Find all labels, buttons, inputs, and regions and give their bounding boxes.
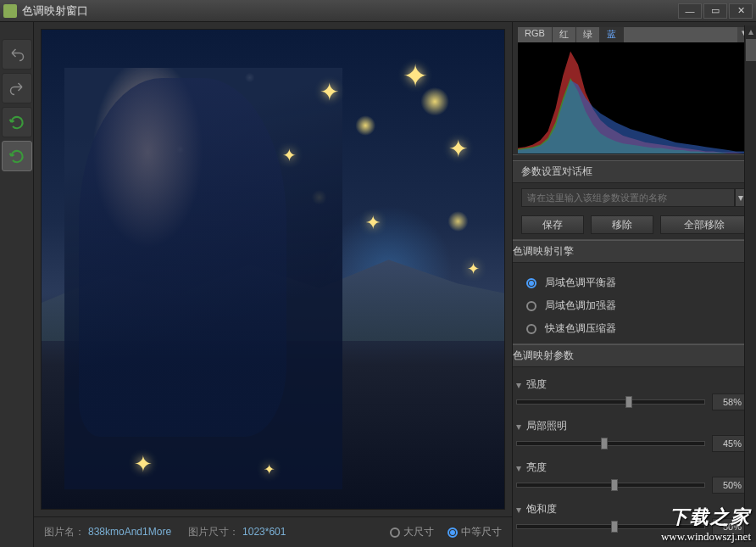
hist-tab-blue[interactable]: 蓝	[600, 27, 624, 42]
hist-tab-green[interactable]: 绿	[576, 27, 600, 42]
maximize-button[interactable]: ▭	[703, 3, 727, 19]
close-button[interactable]: ✕	[729, 3, 753, 19]
param-label: 局部照明	[526, 419, 567, 433]
chevron-down-icon: ▾	[738, 192, 743, 204]
image-name: 图片名：838kmoAnd1More	[44, 525, 171, 539]
image-size-label: 图片尺寸：	[188, 526, 239, 538]
app-icon	[3, 4, 17, 18]
chevron-down-icon: ▾	[516, 504, 526, 516]
remove-all-button[interactable]: 全部移除	[660, 215, 748, 234]
param-row-0: ▾强度58%	[513, 372, 756, 414]
undo-icon	[9, 47, 25, 62]
engine-option-label: 快速色调压缩器	[545, 321, 616, 336]
param-slider[interactable]	[516, 399, 705, 405]
refresh-icon	[8, 114, 25, 131]
slider-thumb[interactable]	[601, 438, 608, 449]
status-bar: 图片名：838kmoAnd1More 图片尺寸：1023*601 大尺寸 中等尺…	[34, 516, 512, 547]
hist-tab-red[interactable]: 红	[553, 27, 576, 42]
engine-section: 色调映射引擎 局域色调平衡器局域色调加强器快速色调压缩器	[513, 239, 756, 343]
image-name-label: 图片名：	[44, 526, 85, 538]
engine-option-0[interactable]: 局域色调平衡器	[513, 271, 756, 294]
right-scrollbar[interactable]: ▴	[744, 25, 756, 542]
param-slider[interactable]	[516, 441, 705, 446]
engine-option-label: 局域色调平衡器	[545, 276, 616, 290]
preset-section: 参数设置对话框 ▾ 保存 移除 全部移除	[513, 154, 756, 239]
param-slider[interactable]	[516, 483, 705, 488]
center-panel: ✦ ✦ ✦ ✦ ✦ ✦ ✦ ✦ 图片名：838kmoAnd1More 图片尺寸：…	[34, 22, 512, 547]
left-toolbar	[0, 22, 34, 547]
histogram: RGB 红 绿 蓝 ▾	[518, 27, 751, 154]
watermark-url: www.windowszj.net	[661, 530, 751, 544]
image-name-value: 838kmoAnd1More	[88, 526, 171, 538]
radio-icon	[526, 278, 536, 288]
apply-button[interactable]	[2, 107, 32, 137]
image-size-value: 1023*601	[242, 526, 286, 538]
image-preview[interactable]: ✦ ✦ ✦ ✦ ✦ ✦ ✦ ✦	[41, 29, 505, 510]
watermark: 下载之家 www.windowszj.net	[661, 505, 751, 544]
size-large-label: 大尺寸	[403, 526, 434, 538]
slider-thumb[interactable]	[611, 479, 618, 491]
save-button[interactable]: 保存	[521, 215, 584, 234]
histogram-tabs: RGB 红 绿 蓝 ▾	[518, 27, 751, 42]
remove-button[interactable]: 移除	[591, 215, 653, 234]
radio-icon	[390, 527, 400, 538]
redo-icon	[9, 81, 25, 96]
param-row-1: ▾局部照明45%	[513, 414, 756, 455]
param-label: 强度	[526, 377, 547, 392]
redo-button[interactable]	[2, 73, 32, 103]
params-header: 色调映射参数	[513, 344, 756, 367]
refresh-auto-icon	[8, 148, 25, 165]
size-medium-label: 中等尺寸	[461, 526, 502, 538]
right-panel: RGB 红 绿 蓝 ▾ 参数设置对话框 ▾	[512, 22, 756, 547]
slider-thumb[interactable]	[611, 521, 618, 533]
histogram-canvas	[518, 42, 751, 153]
param-row-2: ▾亮度50%	[513, 455, 756, 497]
image-size: 图片尺寸：1023*601	[188, 525, 286, 539]
size-radio-large[interactable]: 大尺寸	[390, 525, 434, 539]
hist-tab-rgb[interactable]: RGB	[518, 27, 553, 42]
engine-option-1[interactable]: 局域色调加强器	[513, 294, 756, 317]
chevron-down-icon: ▾	[516, 421, 526, 433]
radio-icon	[447, 527, 458, 538]
minimize-button[interactable]: —	[678, 3, 702, 19]
param-label: 亮度	[526, 460, 547, 475]
preset-header: 参数设置对话框	[513, 160, 756, 183]
window-title: 色调映射窗口	[22, 3, 676, 19]
radio-icon	[526, 301, 536, 311]
engine-option-label: 局域色调加强器	[545, 299, 616, 313]
engine-header: 色调映射引擎	[512, 240, 756, 263]
scrollbar-thumb[interactable]	[746, 39, 756, 61]
titlebar: 色调映射窗口 — ▭ ✕	[0, 0, 756, 22]
param-label: 饱和度	[526, 502, 557, 516]
size-radio-medium[interactable]: 中等尺寸	[447, 525, 502, 539]
auto-apply-button[interactable]	[2, 141, 32, 171]
chevron-down-icon: ▾	[516, 379, 526, 391]
chevron-down-icon: ▾	[516, 462, 526, 474]
slider-thumb[interactable]	[625, 396, 632, 408]
preset-name-input[interactable]	[521, 188, 735, 207]
scroll-up-icon: ▴	[745, 25, 756, 37]
engine-option-2[interactable]: 快速色调压缩器	[513, 317, 756, 340]
watermark-title: 下载之家	[661, 505, 751, 530]
radio-icon	[526, 324, 536, 334]
undo-button[interactable]	[2, 39, 32, 70]
